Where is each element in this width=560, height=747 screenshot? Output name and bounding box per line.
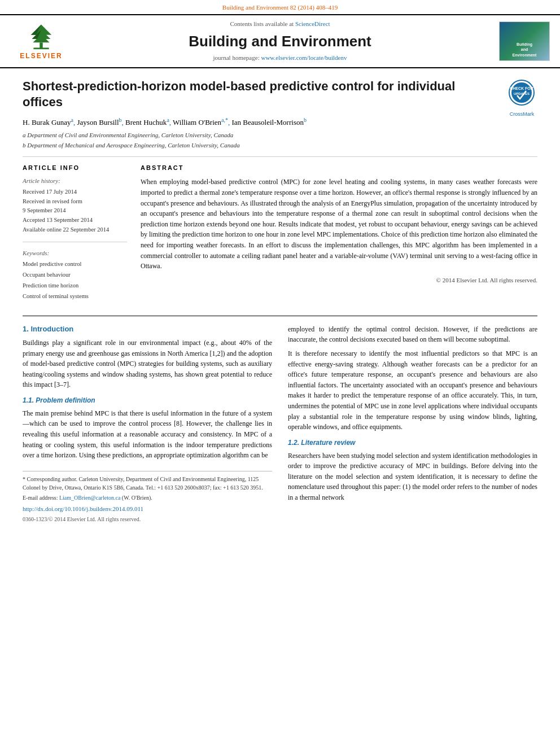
journal-title: Building and Environment — [72, 31, 488, 51]
email-link[interactable]: Liam_OBrien@carleton.ca — [59, 495, 120, 501]
right-para-2: It is therefore necessary to identify th… — [288, 348, 537, 433]
intro-para-1: Buildings play a significant role in our… — [23, 338, 272, 390]
elsevier-tree-icon — [24, 22, 58, 50]
problem-def-title: 1.1. Problem definition — [23, 396, 272, 405]
intro-section-title: 1. Introduction — [23, 324, 272, 334]
accepted-date: Accepted 13 September 2014 — [23, 217, 93, 223]
keyword-2: Occupant behaviour — [23, 270, 127, 281]
author-5: Ian Beausoleil-Morrison — [232, 118, 304, 126]
keyword-3: Prediction time horizon — [23, 281, 127, 291]
abstract-header: ABSTRACT — [141, 164, 537, 172]
available-date: Available online 22 September 2014 — [23, 226, 109, 233]
crossmark-badge[interactable]: CHECK FOR UPDATES CrossMark — [506, 78, 537, 107]
email-label: E-mail address: — [23, 495, 58, 501]
article-history-block: Article history: Received 17 July 2014 R… — [23, 177, 127, 234]
elsevier-logo-container: ELSEVIER — [10, 22, 72, 61]
journal-cover-container: BuildingandEnvironment — [488, 21, 550, 61]
crossmark-icon: CHECK FOR UPDATES — [506, 78, 537, 107]
authors-line: H. Burak Gunaya, Jayson Bursillb, Brent … — [23, 116, 537, 128]
separator-1 — [23, 156, 537, 157]
keywords-block: Keywords: Model predictive control Occup… — [23, 249, 127, 302]
email-name: (W. O'Brien). — [122, 495, 152, 501]
abstract-text: When employing model-based predictive co… — [141, 177, 537, 271]
affiliation-a: a Department of Civil and Environmental … — [23, 131, 537, 139]
copyright-line: © 2014 Elsevier Ltd. All rights reserved… — [141, 276, 537, 285]
article-history-label: Article history: — [23, 177, 127, 185]
journal-cover-text: BuildingandEnvironment — [513, 42, 537, 58]
article-dates: Received 17 July 2014 Received in revise… — [23, 187, 127, 235]
elsevier-text: ELSEVIER — [20, 51, 62, 61]
journal-reference-bar: Building and Environment 82 (2014) 408–4… — [0, 0, 560, 13]
author-3: Brent Huchuk — [125, 118, 167, 126]
crossmark-label: CrossMark — [506, 111, 537, 118]
received-date: Received 17 July 2014 — [23, 189, 77, 195]
author-2: Jayson Bursill — [77, 118, 119, 126]
problem-def-label: Problem definition — [36, 396, 95, 404]
sciencedirect-link[interactable]: ScienceDirect — [295, 20, 330, 27]
right-para-3: Researchers have been studying model sel… — [288, 451, 537, 503]
doi-link[interactable]: http://dx.doi.org/10.1016/j.buildenv.201… — [23, 505, 143, 512]
intro-section-label: Introduction — [30, 325, 73, 333]
separator-2 — [23, 242, 127, 242]
contents-line: Contents lists available at ScienceDirec… — [72, 20, 488, 28]
lit-review-label: Literature review — [301, 439, 355, 447]
article-info-abstract: ARTICLE INFO Article history: Received 1… — [23, 164, 537, 308]
footer-notes: * Corresponding author. Carleton Univers… — [23, 471, 272, 524]
lit-review-title: 1.2. Literature review — [288, 438, 537, 448]
journal-center: Contents lists available at ScienceDirec… — [72, 20, 488, 62]
journal-header: ELSEVIER Contents lists available at Sci… — [0, 14, 560, 68]
intro-section-num: 1. — [23, 325, 29, 333]
right-para-1: employed to identify the optimal control… — [288, 324, 537, 345]
abstract-panel: ABSTRACT When employing model-based pred… — [141, 164, 537, 308]
journal-ref-text: Building and Environment 82 (2014) 408–4… — [222, 4, 338, 11]
svg-text:UPDATES: UPDATES — [514, 92, 530, 95]
footnote-star-text: * Corresponding author. Carleton Univers… — [23, 475, 272, 492]
body-left-col: 1. Introduction Buildings play a signifi… — [23, 324, 272, 524]
journal-cover: BuildingandEnvironment — [499, 21, 550, 61]
body-separator — [23, 316, 537, 316]
keywords-label: Keywords: — [23, 249, 127, 257]
svg-rect-1 — [33, 47, 49, 49]
article-title: Shortest-prediction-horizon model-based … — [23, 78, 498, 111]
body-two-col: 1. Introduction Buildings play a signifi… — [23, 324, 537, 524]
keyword-4: Control of terminal systems — [23, 291, 127, 302]
keywords-list: Model predictive control Occupant behavi… — [23, 259, 127, 302]
main-content: Shortest-prediction-horizon model-based … — [0, 68, 560, 535]
intro-para-2: The main premise behind MPC is that ther… — [23, 408, 272, 461]
author-4: William O'Brien — [173, 118, 221, 126]
article-title-section: Shortest-prediction-horizon model-based … — [23, 78, 537, 111]
keyword-1: Model predictive control — [23, 259, 127, 270]
footnote-email: E-mail address: Liam_OBrien@carleton.ca … — [23, 493, 272, 502]
lit-review-num: 1.2. — [288, 439, 299, 447]
article-info-header: ARTICLE INFO — [23, 164, 127, 172]
author-1: H. Burak Gunay — [23, 118, 71, 126]
svg-text:CHECK FOR: CHECK FOR — [510, 86, 533, 90]
problem-def-num: 1.1. — [23, 396, 34, 404]
body-right-col: employed to identify the optimal control… — [288, 324, 537, 524]
issn-line: 0360-1323/© 2014 Elsevier Ltd. All right… — [23, 516, 141, 522]
journal-homepage: journal homepage: www.elsevier.com/locat… — [72, 54, 488, 62]
affiliation-b: b Department of Mechanical and Aerospace… — [23, 141, 537, 150]
elsevier-logo: ELSEVIER — [20, 22, 62, 61]
article-info-panel: ARTICLE INFO Article history: Received 1… — [23, 164, 127, 308]
revised-label: Received in revised form — [23, 198, 82, 204]
homepage-link[interactable]: www.elsevier.com/locate/buildenv — [261, 54, 347, 61]
revised-date: 9 September 2014 — [23, 207, 65, 213]
